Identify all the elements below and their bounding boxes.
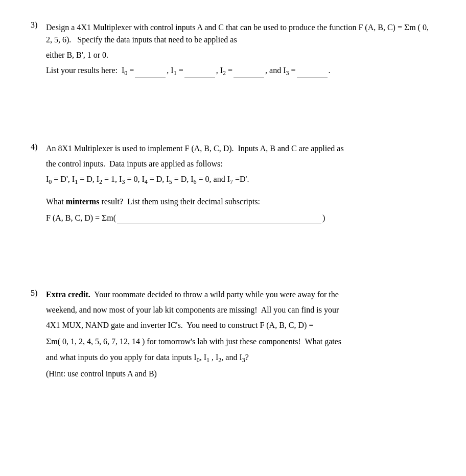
question-5-line3: 4X1 MUX, NAND gate and inverter IC's. Yo… <box>46 319 435 331</box>
spacer-4-5 <box>31 248 435 289</box>
question-5: 5) Extra credit. Your roommate decided t… <box>31 289 435 383</box>
question-5-line5: and what inputs do you apply for data in… <box>46 351 435 365</box>
question-5-line2: weekend, and now most of your lab kit co… <box>46 304 435 316</box>
question-4-answer-line: F (A, B, C, D) = Σm() <box>46 211 435 224</box>
spacer-3-4 <box>31 102 435 142</box>
question-5-text: Extra credit. Your roommate decided to t… <box>46 289 435 383</box>
question-5-line4: Σm( 0, 1, 2, 4, 5, 6, 7, 12, 14 ) for to… <box>46 335 435 348</box>
question-3-results: List your results here: I0 =, I1 =, I2 =… <box>46 64 435 78</box>
question-5-hint: (Hint: use control inputs A and B) <box>46 368 435 380</box>
question-4-spacer: What minterms result? List them using th… <box>46 196 435 208</box>
question-4-number: 4) <box>31 142 46 152</box>
question-4-line3: I0 = D', I1 = D, I2 = 1, I3 = 0, I4 = D,… <box>46 173 435 186</box>
question-3-line2: either B, B', 1 or 0. <box>46 49 435 61</box>
question-3-number: 3) <box>31 20 46 30</box>
question-4-line1: An 8X1 Multiplexer is used to implement … <box>46 142 435 155</box>
question-4-line2: the control inputs. Data inputs are appl… <box>46 158 435 170</box>
question-4: 4) An 8X1 Multiplexer is used to impleme… <box>31 142 435 228</box>
question-5-number: 5) <box>31 289 46 298</box>
question-3-line1: Design a 4X1 Multiplexer with control in… <box>46 20 435 46</box>
question-5-line1: Extra credit. Your roommate decided to t… <box>46 289 435 301</box>
question-4-text: An 8X1 Multiplexer is used to implement … <box>46 142 435 228</box>
question-3-text: Design a 4X1 Multiplexer with control in… <box>46 20 435 81</box>
question-3: 3) Design a 4X1 Multiplexer with control… <box>31 20 435 81</box>
